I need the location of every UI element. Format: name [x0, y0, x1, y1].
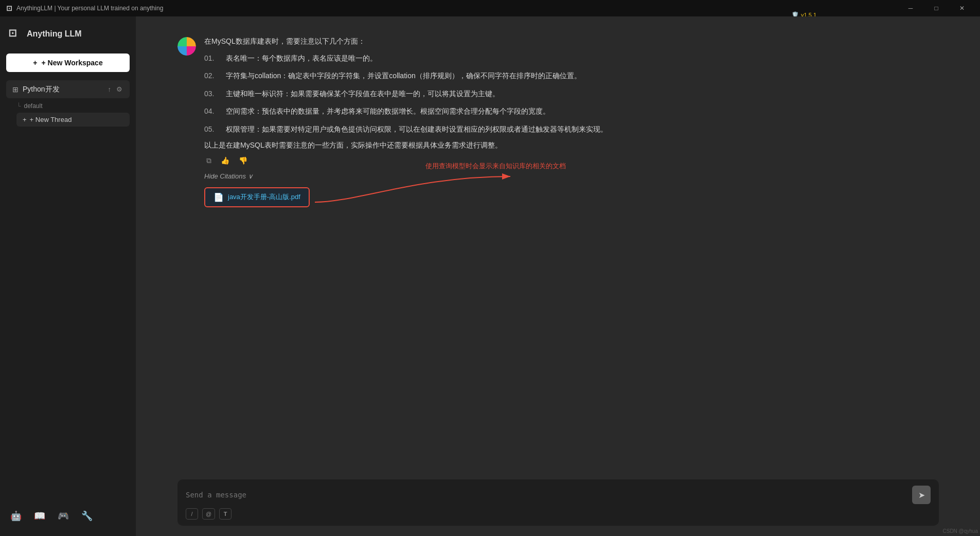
message-input[interactable] [186, 491, 908, 499]
new-workspace-label: + New Workspace [42, 59, 103, 67]
list-item: 02. 字符集与collation：确定表中字段的字符集，并设置collatio… [204, 70, 939, 81]
list-num-3: 03. [204, 88, 220, 99]
list-num-2: 02. [204, 70, 220, 81]
plus-icon: + [33, 59, 37, 67]
list-item: 03. 主键和唯一标识符：如果需要确保某个字段值在表中是唯一的，可以将其设置为主… [204, 88, 939, 99]
sidebar-logo: ⊡ Anything LLM [6, 25, 130, 43]
annotation-arrow [315, 197, 521, 228]
list-num-4: 04. [204, 105, 220, 117]
annotation-text: 使用查询模型时会显示来自知识库的相关的文档 [425, 162, 566, 171]
watermark: CSDN @qyhua [942, 528, 978, 534]
sidebar-bottom: 🤖 📖 🎮 🔧 [6, 504, 130, 528]
message-actions: ⧉ 👍 👎 [204, 155, 939, 166]
assistant-message: 在MySQL数据库建表时，需要注意以下几个方面： 01. 表名唯一：每个数据库内… [177, 37, 939, 207]
input-box: ➤ / @ T [177, 479, 939, 526]
list-text-5: 权限管理：如果需要对特定用户或角色提供访问权限，可以在创建表时设置相应的列权限或… [226, 123, 608, 135]
citation-row: 📄 java开发手册-高山版.pdf [204, 187, 310, 207]
list-item: 05. 权限管理：如果需要对特定用户或角色提供访问权限，可以在创建表时设置相应的… [204, 123, 939, 135]
message-body: 在MySQL数据库建表时，需要注意以下几个方面： 01. 表名唯一：每个数据库内… [204, 37, 939, 207]
text-format-button[interactable]: T [219, 508, 231, 520]
new-thread-plus-icon: + [23, 116, 27, 123]
titlebar-logo: ⊡ [6, 4, 12, 12]
settings-button[interactable]: 🔧 [79, 508, 95, 524]
workspace-item[interactable]: ⊞ Python开发 ↑ ⚙ [6, 80, 130, 98]
chat-area[interactable]: 在MySQL数据库建表时，需要注意以下几个方面： 01. 表名唯一：每个数据库内… [136, 16, 980, 471]
message-outro: 以上是在建MySQL表时需要注意的一些方面，实际操作中还需要根据具体业务需求进行… [204, 141, 939, 150]
new-thread-label: + New Thread [30, 116, 72, 123]
titlebar-left: ⊡ AnythingLLM | Your personal LLM traine… [6, 4, 163, 12]
message-intro: 在MySQL数据库建表时，需要注意以下几个方面： [204, 37, 939, 46]
input-row: ➤ [186, 486, 931, 504]
workspace-actions: ↑ ⚙ [107, 84, 124, 94]
minimize-button[interactable]: ─ [899, 0, 922, 16]
at-mention-button[interactable]: @ [202, 508, 215, 520]
titlebar-controls: ─ □ ✕ [899, 0, 974, 16]
hide-citations-button[interactable]: Hide Citations ∨ [204, 170, 253, 182]
titlebar: ⊡ AnythingLLM | Your personal LLM traine… [0, 0, 980, 16]
discord-button[interactable]: 🎮 [56, 508, 71, 524]
maximize-button[interactable]: □ [924, 0, 948, 16]
list-text-4: 空间需求：预估表中的数据量，并考虑将来可能的数据增长。根据空间需求合理分配每个字… [226, 105, 550, 117]
workspace-name: Python开发 [23, 85, 103, 94]
input-toolbar: / @ T [186, 508, 931, 520]
chevron-down-icon: ∨ [248, 172, 253, 180]
send-icon: ➤ [918, 490, 925, 500]
list-item: 01. 表名唯一：每个数据库内，表名应该是唯一的。 [204, 52, 939, 64]
list-item: 04. 空间需求：预估表中的数据量，并考虑将来可能的数据增长。根据空间需求合理分… [204, 105, 939, 117]
titlebar-title: AnythingLLM | Your personal LLM trained … [16, 5, 163, 12]
list-num-5: 05. [204, 123, 220, 135]
agent-button[interactable]: 🤖 [8, 508, 24, 524]
workspace-settings-button[interactable]: ⚙ [115, 84, 123, 94]
citations-section: Hide Citations ∨ 📄 java开发手册-高山版.pdf [204, 170, 939, 207]
input-area: ➤ / @ T [136, 471, 980, 536]
logo-text: Anything LLM [27, 29, 82, 39]
list-num-1: 01. [204, 52, 220, 64]
sidebar: ⊡ Anything LLM + + New Workspace ⊞ Pytho… [0, 16, 136, 536]
hide-citations-label: Hide Citations [204, 172, 246, 180]
thread-default-label: └ default [16, 100, 130, 112]
close-button[interactable]: ✕ [950, 0, 974, 16]
slash-command-button[interactable]: / [186, 508, 198, 520]
logo-icon: ⊡ [8, 27, 23, 41]
list-text-1: 表名唯一：每个数据库内，表名应该是唯一的。 [226, 52, 377, 64]
workspace-grid-icon: ⊞ [12, 85, 19, 94]
thread-container: └ default + + New Thread [6, 100, 130, 127]
thumbdown-button[interactable]: 👎 [237, 155, 250, 166]
new-workspace-button[interactable]: + + New Workspace [6, 53, 130, 72]
citation-file-name: java开发手册-高山版.pdf [228, 192, 300, 202]
new-thread-button[interactable]: + + New Thread [16, 113, 130, 127]
docs-button[interactable]: 📖 [32, 508, 47, 524]
copy-button[interactable]: ⧉ [204, 155, 213, 166]
message-list: 01. 表名唯一：每个数据库内，表名应该是唯一的。 02. 字符集与collat… [204, 52, 939, 135]
avatar-circle [177, 37, 196, 56]
main-content: 在MySQL数据库建表时，需要注意以下几个方面： 01. 表名唯一：每个数据库内… [136, 16, 980, 536]
thread-connector-icon: └ [16, 102, 21, 110]
send-button[interactable]: ➤ [912, 486, 931, 504]
citation-file-link[interactable]: 📄 java开发手册-高山版.pdf [204, 187, 310, 207]
avatar [177, 37, 196, 56]
app-body: ⊡ Anything LLM + + New Workspace ⊞ Pytho… [0, 16, 980, 536]
pdf-icon: 📄 [213, 192, 224, 202]
list-text-3: 主键和唯一标识符：如果需要确保某个字段值在表中是唯一的，可以将其设置为主键。 [226, 88, 500, 99]
thumbup-button[interactable]: 👍 [219, 155, 231, 166]
workspace-upload-button[interactable]: ↑ [107, 84, 113, 94]
list-text-2: 字符集与collation：确定表中字段的字符集，并设置collation（排序… [226, 70, 581, 81]
